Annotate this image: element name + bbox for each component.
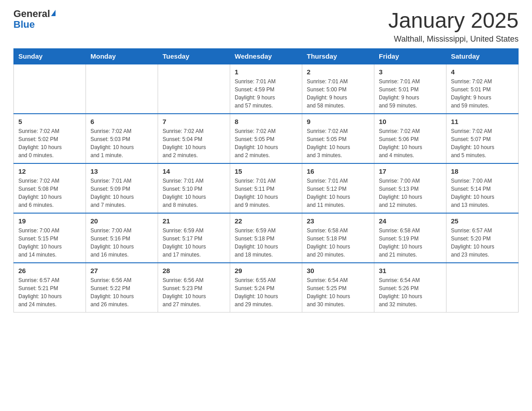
calendar-cell: 20Sunrise: 7:00 AMSunset: 5:16 PMDayligh… — [86, 213, 158, 263]
day-number: 3 — [379, 68, 442, 76]
calendar-cell: 4Sunrise: 7:02 AMSunset: 5:01 PMDaylight… — [446, 64, 519, 114]
day-number: 2 — [307, 68, 369, 76]
logo-general: General — [13, 9, 50, 19]
day-number: 23 — [307, 217, 369, 225]
day-number: 10 — [379, 118, 442, 125]
day-number: 29 — [235, 267, 297, 274]
day-info: Sunrise: 6:55 AMSunset: 5:24 PMDaylight:… — [235, 276, 297, 308]
calendar-cell — [86, 64, 158, 114]
calendar-cell: 6Sunrise: 7:02 AMSunset: 5:03 PMDaylight… — [86, 114, 158, 163]
day-of-week-header: Tuesday — [158, 48, 230, 64]
calendar-table: SundayMondayTuesdayWednesdayThursdayFrid… — [13, 48, 519, 313]
calendar-week-row: 19Sunrise: 7:00 AMSunset: 5:15 PMDayligh… — [14, 213, 519, 263]
calendar-cell: 9Sunrise: 7:02 AMSunset: 5:05 PMDaylight… — [302, 114, 374, 163]
day-number: 13 — [90, 167, 153, 175]
day-number: 16 — [307, 167, 369, 175]
calendar-cell: 24Sunrise: 6:58 AMSunset: 5:19 PMDayligh… — [374, 213, 446, 263]
day-info: Sunrise: 7:01 AMSunset: 5:09 PMDaylight:… — [90, 177, 153, 209]
day-info: Sunrise: 7:00 AMSunset: 5:15 PMDaylight:… — [18, 227, 81, 259]
day-number: 5 — [18, 118, 81, 125]
calendar-cell: 15Sunrise: 7:01 AMSunset: 5:11 PMDayligh… — [230, 163, 302, 213]
day-number: 21 — [163, 217, 225, 225]
day-info: Sunrise: 7:01 AMSunset: 5:01 PMDaylight:… — [379, 77, 442, 110]
day-info: Sunrise: 6:56 AMSunset: 5:23 PMDaylight:… — [163, 276, 225, 308]
calendar-cell — [446, 263, 519, 313]
day-info: Sunrise: 7:01 AMSunset: 5:10 PMDaylight:… — [163, 177, 225, 209]
calendar-cell: 27Sunrise: 6:56 AMSunset: 5:22 PMDayligh… — [86, 263, 158, 313]
calendar-cell: 22Sunrise: 6:59 AMSunset: 5:18 PMDayligh… — [230, 213, 302, 263]
calendar-cell: 2Sunrise: 7:01 AMSunset: 5:00 PMDaylight… — [302, 64, 374, 114]
day-info: Sunrise: 6:58 AMSunset: 5:18 PMDaylight:… — [307, 227, 369, 259]
day-info: Sunrise: 6:57 AMSunset: 5:21 PMDaylight:… — [18, 276, 81, 308]
logo-blue: Blue — [13, 19, 35, 30]
day-of-week-header: Thursday — [302, 48, 374, 64]
day-info: Sunrise: 6:58 AMSunset: 5:19 PMDaylight:… — [379, 227, 442, 259]
calendar-cell: 26Sunrise: 6:57 AMSunset: 5:21 PMDayligh… — [14, 263, 86, 313]
day-number: 7 — [163, 118, 225, 125]
day-info: Sunrise: 7:01 AMSunset: 4:59 PMDaylight:… — [235, 77, 297, 110]
page-header: General Blue January 2025 Walthall, Miss… — [13, 9, 519, 44]
calendar-cell: 12Sunrise: 7:02 AMSunset: 5:08 PMDayligh… — [14, 163, 86, 213]
day-number: 25 — [451, 217, 514, 225]
day-number: 27 — [90, 267, 153, 274]
day-number: 18 — [451, 167, 514, 175]
calendar-cell: 21Sunrise: 6:59 AMSunset: 5:17 PMDayligh… — [158, 213, 230, 263]
day-number: 15 — [235, 167, 297, 175]
day-number: 31 — [379, 267, 442, 274]
calendar-cell: 10Sunrise: 7:02 AMSunset: 5:06 PMDayligh… — [374, 114, 446, 163]
calendar-cell: 3Sunrise: 7:01 AMSunset: 5:01 PMDaylight… — [374, 64, 446, 114]
day-info: Sunrise: 7:01 AMSunset: 5:00 PMDaylight:… — [307, 77, 369, 110]
day-number: 30 — [307, 267, 369, 274]
calendar-week-row: 26Sunrise: 6:57 AMSunset: 5:21 PMDayligh… — [14, 263, 519, 313]
day-info: Sunrise: 7:00 AMSunset: 5:16 PMDaylight:… — [90, 227, 153, 259]
day-info: Sunrise: 6:59 AMSunset: 5:17 PMDaylight:… — [163, 227, 225, 259]
calendar-cell: 1Sunrise: 7:01 AMSunset: 4:59 PMDaylight… — [230, 64, 302, 114]
day-info: Sunrise: 6:54 AMSunset: 5:25 PMDaylight:… — [307, 276, 369, 308]
page-title: January 2025 — [388, 9, 519, 33]
calendar-cell — [14, 64, 86, 114]
day-number: 14 — [163, 167, 225, 175]
day-of-week-header: Wednesday — [230, 48, 302, 64]
calendar-cell: 25Sunrise: 6:57 AMSunset: 5:20 PMDayligh… — [446, 213, 519, 263]
logo-triangle-icon — [51, 10, 56, 16]
day-info: Sunrise: 7:02 AMSunset: 5:03 PMDaylight:… — [90, 127, 153, 159]
day-info: Sunrise: 7:00 AMSunset: 5:14 PMDaylight:… — [451, 177, 514, 209]
day-number: 6 — [90, 118, 153, 125]
day-number: 8 — [235, 118, 297, 125]
day-of-week-header: Sunday — [14, 48, 86, 64]
day-info: Sunrise: 6:59 AMSunset: 5:18 PMDaylight:… — [235, 227, 297, 259]
calendar-cell: 13Sunrise: 7:01 AMSunset: 5:09 PMDayligh… — [86, 163, 158, 213]
calendar-cell: 8Sunrise: 7:02 AMSunset: 5:05 PMDaylight… — [230, 114, 302, 163]
calendar-cell: 11Sunrise: 7:02 AMSunset: 5:07 PMDayligh… — [446, 114, 519, 163]
day-info: Sunrise: 7:02 AMSunset: 5:05 PMDaylight:… — [235, 127, 297, 159]
title-section: January 2025 Walthall, Mississippi, Unit… — [388, 9, 519, 44]
calendar-cell: 16Sunrise: 7:01 AMSunset: 5:12 PMDayligh… — [302, 163, 374, 213]
day-number: 12 — [18, 167, 81, 175]
day-number: 24 — [379, 217, 442, 225]
day-of-week-header: Saturday — [446, 48, 519, 64]
calendar-cell: 18Sunrise: 7:00 AMSunset: 5:14 PMDayligh… — [446, 163, 519, 213]
calendar-cell: 31Sunrise: 6:54 AMSunset: 5:26 PMDayligh… — [374, 263, 446, 313]
day-info: Sunrise: 7:02 AMSunset: 5:07 PMDaylight:… — [451, 127, 514, 159]
day-info: Sunrise: 7:02 AMSunset: 5:08 PMDaylight:… — [18, 177, 81, 209]
day-number: 4 — [451, 68, 514, 76]
calendar-week-row: 12Sunrise: 7:02 AMSunset: 5:08 PMDayligh… — [14, 163, 519, 213]
calendar-cell: 29Sunrise: 6:55 AMSunset: 5:24 PMDayligh… — [230, 263, 302, 313]
day-number: 11 — [451, 118, 514, 125]
day-info: Sunrise: 7:02 AMSunset: 5:05 PMDaylight:… — [307, 127, 369, 159]
logo: General Blue — [13, 9, 56, 30]
day-number: 17 — [379, 167, 442, 175]
calendar-cell — [158, 64, 230, 114]
calendar-cell: 30Sunrise: 6:54 AMSunset: 5:25 PMDayligh… — [302, 263, 374, 313]
day-number: 1 — [235, 68, 297, 76]
day-number: 19 — [18, 217, 81, 225]
calendar-cell: 28Sunrise: 6:56 AMSunset: 5:23 PMDayligh… — [158, 263, 230, 313]
subtitle: Walthall, Mississippi, United States — [388, 34, 519, 44]
day-of-week-header: Monday — [86, 48, 158, 64]
calendar-cell: 19Sunrise: 7:00 AMSunset: 5:15 PMDayligh… — [14, 213, 86, 263]
day-info: Sunrise: 7:02 AMSunset: 5:04 PMDaylight:… — [163, 127, 225, 159]
day-info: Sunrise: 6:57 AMSunset: 5:20 PMDaylight:… — [451, 227, 514, 259]
day-number: 22 — [235, 217, 297, 225]
day-info: Sunrise: 7:02 AMSunset: 5:06 PMDaylight:… — [379, 127, 442, 159]
day-info: Sunrise: 7:01 AMSunset: 5:12 PMDaylight:… — [307, 177, 369, 209]
